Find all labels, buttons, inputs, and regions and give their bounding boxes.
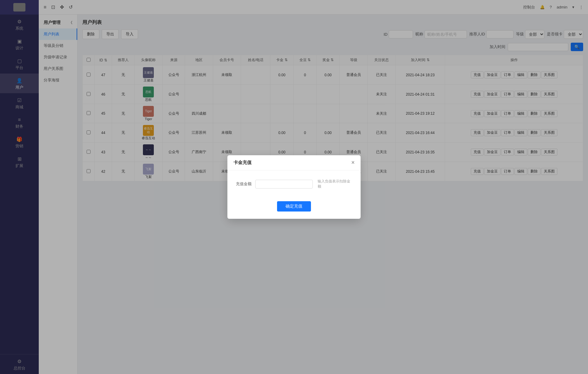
modal-close-button[interactable]: × xyxy=(351,159,355,166)
confirm-recharge-button[interactable]: 确定充值 xyxy=(277,201,311,212)
modal-title: 卡金充值 xyxy=(233,160,252,166)
modal-header: 卡金充值 × xyxy=(227,155,361,170)
modal-body: 充值金额 输入负值表示扣除金额 xyxy=(227,170,361,201)
card-recharge-modal: 卡金充值 × 充值金额 输入负值表示扣除金额 确定充值 xyxy=(227,155,361,219)
modal-amount-field: 充值金额 输入负值表示扣除金额 xyxy=(235,179,353,189)
amount-label: 充值金额 xyxy=(235,181,252,187)
modal-overlay: 卡金充值 × 充值金额 输入负值表示扣除金额 确定充值 xyxy=(0,0,588,374)
amount-hint: 输入负值表示扣除金额 xyxy=(318,179,353,189)
modal-footer: 确定充值 xyxy=(227,201,361,219)
amount-input[interactable] xyxy=(255,180,313,189)
